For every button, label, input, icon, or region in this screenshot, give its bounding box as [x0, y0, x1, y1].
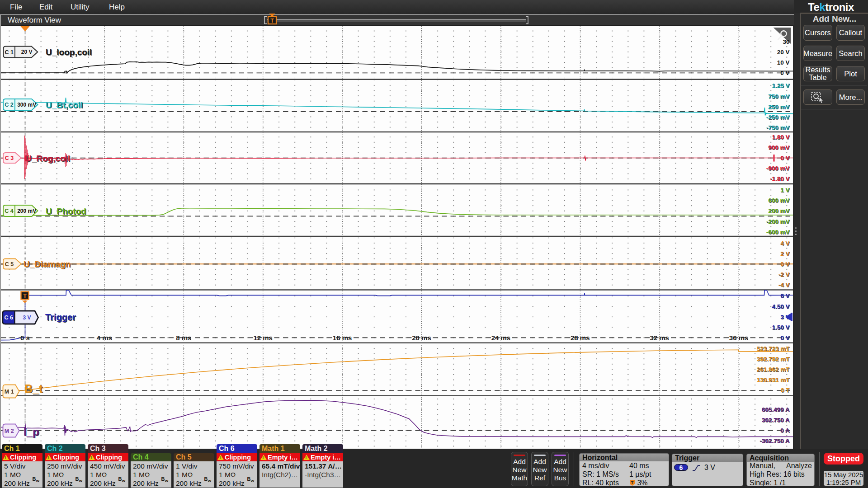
- svg-text:0 V: 0 V: [780, 155, 789, 161]
- svg-text:4 ms: 4 ms: [97, 334, 112, 342]
- svg-text:6 V: 6 V: [780, 292, 789, 299]
- svg-text:-4 V: -4 V: [778, 282, 790, 288]
- svg-text:C 2: C 2: [5, 102, 14, 108]
- svg-text:-600 mV: -600 mV: [766, 229, 790, 235]
- svg-text:0 V: 0 V: [780, 334, 789, 341]
- svg-text:523.723 mT: 523.723 mT: [757, 345, 790, 352]
- svg-text:U_Diamagn: U_Diamagn: [24, 259, 71, 269]
- svg-text:302.750 A: 302.750 A: [762, 417, 790, 423]
- svg-text:36 ms: 36 ms: [729, 334, 749, 342]
- svg-text:600 mV: 600 mV: [768, 197, 789, 204]
- svg-text:C 5: C 5: [5, 261, 14, 267]
- svg-text:20 V: 20 V: [21, 49, 33, 55]
- svg-text:-200 mV: -200 mV: [766, 218, 790, 225]
- svg-text:U_Rog,coil: U_Rog,coil: [25, 154, 70, 163]
- svg-text:0 V: 0 V: [780, 261, 789, 267]
- svg-text:-750 mV: -750 mV: [766, 124, 790, 131]
- svg-text:U_loop,coil: U_loop,coil: [46, 47, 92, 57]
- svg-text:32 ms: 32 ms: [650, 334, 669, 342]
- svg-text:4 V: 4 V: [780, 240, 789, 247]
- svg-text:130.931 mT: 130.931 mT: [757, 376, 790, 383]
- svg-text:0 T: 0 T: [781, 387, 790, 394]
- svg-text:M 2: M 2: [5, 428, 14, 434]
- svg-text:20 V: 20 V: [777, 49, 790, 56]
- svg-text:-900 mV: -900 mV: [766, 165, 790, 172]
- svg-text:T: T: [23, 292, 27, 299]
- svg-text:0 V: 0 V: [780, 70, 789, 76]
- svg-text:8 ms: 8 ms: [176, 334, 191, 342]
- svg-text:2 V: 2 V: [780, 250, 789, 257]
- svg-text:16 ms: 16 ms: [333, 334, 352, 342]
- svg-text:1.25 V: 1.25 V: [772, 82, 789, 89]
- svg-text:-2 V: -2 V: [778, 271, 790, 278]
- svg-text:750 mV: 750 mV: [768, 93, 789, 100]
- svg-text:T: T: [631, 480, 634, 485]
- svg-text:200 mV: 200 mV: [768, 207, 789, 214]
- svg-text:392.792 mT: 392.792 mT: [757, 356, 790, 362]
- svg-text:12 ms: 12 ms: [253, 334, 273, 342]
- svg-text:261.862 mT: 261.862 mT: [757, 366, 790, 373]
- svg-text:C 1: C 1: [5, 49, 14, 56]
- svg-text:200 mV: 200 mV: [17, 208, 36, 214]
- svg-text:28 ms: 28 ms: [571, 334, 590, 342]
- svg-text:1.50 V: 1.50 V: [772, 324, 789, 331]
- svg-text:U_Photod: U_Photod: [46, 206, 86, 216]
- svg-text:0 s: 0 s: [20, 334, 30, 342]
- svg-text:1.80 V: 1.80 V: [772, 134, 789, 141]
- svg-text:-302.750 A: -302.750 A: [760, 437, 790, 444]
- svg-text:U_Bt,coil: U_Bt,coil: [46, 100, 83, 110]
- svg-text:30: 30: [783, 38, 789, 45]
- svg-text:4.50 V: 4.50 V: [772, 303, 789, 310]
- svg-text:C 3: C 3: [5, 155, 14, 161]
- svg-text:20 ms: 20 ms: [412, 334, 431, 342]
- svg-text:-1.80 V: -1.80 V: [770, 175, 790, 182]
- svg-text:3 V: 3 V: [23, 314, 31, 321]
- svg-text:Trigger: Trigger: [45, 312, 76, 322]
- svg-text:M 1: M 1: [5, 389, 14, 395]
- svg-text:10 V: 10 V: [777, 59, 790, 66]
- svg-text:250 mV: 250 mV: [768, 103, 789, 110]
- svg-text:I_p: I_p: [24, 426, 39, 438]
- svg-text:1 V: 1 V: [780, 187, 789, 193]
- svg-text:24 ms: 24 ms: [491, 334, 511, 342]
- svg-text:-250 mV: -250 mV: [766, 114, 790, 121]
- svg-text:B_t: B_t: [24, 382, 43, 395]
- svg-text:605.499 A: 605.499 A: [762, 406, 790, 413]
- svg-text:0 A: 0 A: [780, 427, 790, 434]
- svg-text:900 mV: 900 mV: [768, 144, 789, 151]
- svg-text:C 6: C 6: [4, 314, 13, 321]
- svg-text:C 4: C 4: [5, 208, 14, 214]
- svg-text:300 mV: 300 mV: [17, 102, 36, 108]
